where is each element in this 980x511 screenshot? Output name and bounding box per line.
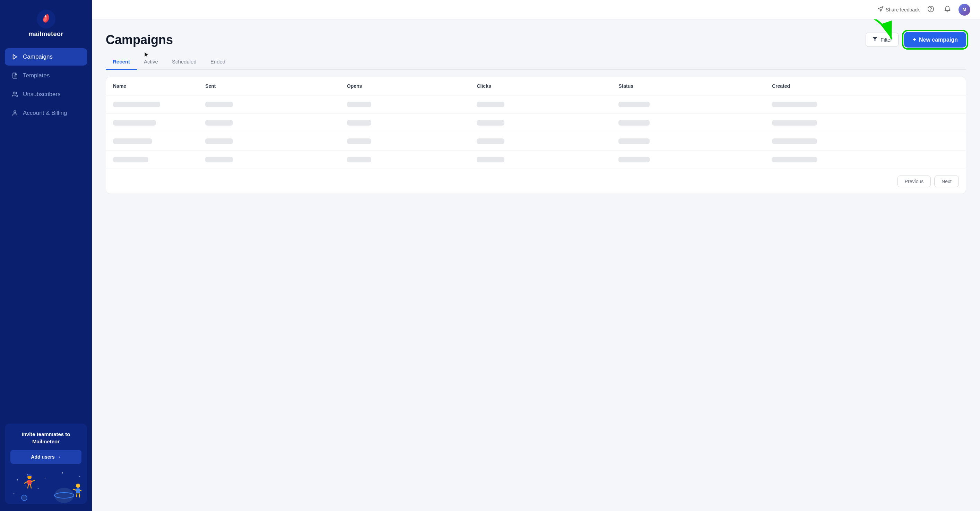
svg-point-10 [80,476,80,477]
next-button[interactable]: Next [934,176,959,187]
sidebar-item-unsubscribers[interactable]: Unsubscribers [5,86,87,103]
page-content: Campaigns Filter [92,19,980,511]
skeleton-cell [619,157,650,162]
campaigns-label: Campaigns [23,53,53,61]
svg-rect-19 [27,480,32,485]
col-created: Created [765,77,966,96]
svg-point-24 [76,484,80,488]
pagination: Previous Next [106,169,966,193]
col-clicks: Clicks [470,77,611,96]
skeleton-cell [113,139,152,144]
svg-line-21 [32,481,34,482]
skeleton-cell [205,139,233,144]
skeleton-cell [113,120,156,126]
send-icon [11,53,19,61]
sidebar: mailmeteor Campaigns Templates [0,0,92,511]
svg-line-20 [25,482,27,483]
skeleton-cell [347,139,371,144]
help-button[interactable] [925,4,936,15]
megaphone-icon [877,6,884,13]
users-icon [11,91,19,98]
user-icon [11,109,19,117]
new-campaign-button[interactable]: + New campaign [904,32,966,48]
svg-line-23 [30,485,31,488]
col-status: Status [611,77,765,96]
table-body [106,96,966,169]
svg-point-8 [45,478,46,479]
bell-icon [944,6,951,14]
campaigns-table-container: Name Sent Opens Clicks Status Created Pr… [106,77,966,194]
svg-point-9 [62,472,63,474]
main-area: Share feedback M Campaigns [92,0,980,511]
table-row [106,114,966,132]
share-feedback-label: Share feedback [886,7,920,13]
invite-illustration [10,469,81,504]
svg-rect-25 [76,489,80,493]
tab-active[interactable]: Active [137,54,165,70]
campaigns-table: Name Sent Opens Clicks Status Created [106,77,966,169]
page-title: Campaigns [106,33,173,47]
svg-line-28 [76,493,77,497]
plus-icon: + [912,36,916,43]
logo-icon [37,10,56,29]
share-feedback-button[interactable]: Share feedback [877,6,920,13]
filter-label: Filter [880,37,892,43]
skeleton-cell [205,157,233,162]
file-icon [11,72,19,80]
table-row [106,150,966,169]
svg-point-12 [38,488,39,489]
unsubscribers-label: Unsubscribers [23,91,60,98]
skeleton-cell [619,139,650,144]
new-campaign-label: New campaign [919,37,958,43]
skeleton-cell [477,139,504,144]
previous-button[interactable]: Previous [897,176,931,187]
app-name: mailmeteor [29,30,64,38]
logo-container: mailmeteor [0,0,92,45]
skeleton-cell [619,102,650,107]
skeleton-cell [205,120,233,126]
sidebar-item-campaigns[interactable]: Campaigns [5,48,87,65]
svg-point-15 [54,488,74,503]
skeleton-cell [347,157,371,162]
sidebar-item-templates[interactable]: Templates [5,67,87,84]
skeleton-cell [347,102,371,107]
topbar: Share feedback M [92,0,980,19]
header-actions: Filter + New campaign [865,32,966,48]
tab-recent[interactable]: Recent [106,54,137,70]
col-name: Name [106,77,198,96]
notifications-button[interactable] [942,4,953,15]
invite-title: Invite teammates to Mailmeteor [10,431,81,445]
skeleton-cell [347,120,371,126]
skeleton-cell [772,139,817,144]
svg-line-26 [73,489,76,490]
tab-scheduled[interactable]: Scheduled [165,54,204,70]
skeleton-cell [477,120,504,126]
skeleton-cell [619,120,650,126]
svg-point-17 [21,495,27,501]
filter-button[interactable]: Filter [865,33,899,47]
skeleton-cell [772,157,817,162]
skeleton-cell [113,157,148,162]
svg-line-29 [79,493,80,497]
table-header: Name Sent Opens Clicks Status Created [106,77,966,96]
page-header: Campaigns Filter [106,32,966,48]
sidebar-nav: Campaigns Templates [0,45,92,418]
svg-marker-1 [13,54,17,59]
table-row [106,96,966,114]
add-users-button[interactable]: Add users → [10,450,81,464]
svg-point-13 [14,493,14,494]
user-avatar[interactable]: M [959,4,970,16]
skeleton-cell [477,102,504,107]
svg-point-4 [13,92,15,94]
tab-ended[interactable]: Ended [204,54,232,70]
col-sent: Sent [198,77,340,96]
skeleton-cell [205,102,233,107]
skeleton-cell [477,157,504,162]
svg-point-6 [17,479,18,481]
skeleton-cell [772,102,817,107]
svg-point-5 [14,111,16,113]
question-icon [927,6,934,14]
filter-icon [872,37,878,43]
sidebar-item-account-billing[interactable]: Account & Billing [5,104,87,122]
skeleton-cell [772,120,817,126]
